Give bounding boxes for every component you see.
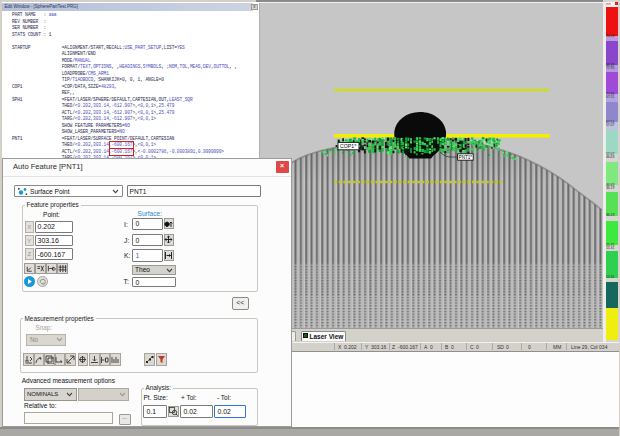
svg-text:COP1*: COP1* <box>340 143 356 149</box>
svg-text:PNT1*: PNT1* <box>459 155 473 160</box>
